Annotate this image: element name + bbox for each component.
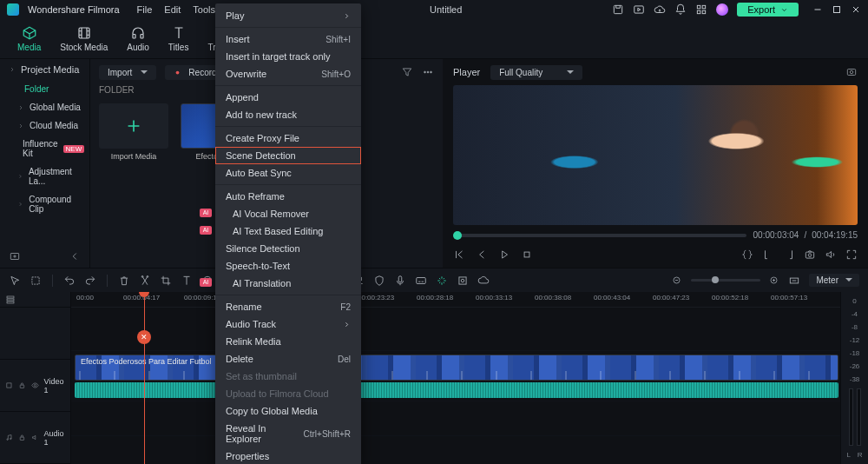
chroma-icon[interactable]: [457, 275, 469, 287]
video-track[interactable]: Efectos Poderosos Para Editar Futbol: [71, 351, 840, 401]
menu-file[interactable]: File: [137, 4, 153, 15]
user-avatar[interactable]: [716, 3, 728, 16]
tab-stock-media[interactable]: Stock Media: [60, 25, 108, 52]
tab-media[interactable]: Media: [17, 25, 41, 52]
auto-enhance-icon[interactable]: [436, 275, 448, 287]
mark-out-icon[interactable]: [783, 249, 795, 261]
ctx-insert[interactable]: InsertShift+I: [215, 30, 361, 48]
preview-scrubber[interactable]: [453, 234, 746, 237]
mic-icon[interactable]: [394, 275, 406, 287]
import-media-tile[interactable]: [99, 103, 168, 149]
meter-button[interactable]: Meter: [809, 274, 859, 287]
fullscreen-icon[interactable]: [845, 249, 858, 261]
tab-audio[interactable]: Audio: [127, 25, 149, 52]
ctx-overwrite[interactable]: OverwriteShift+O: [215, 65, 361, 83]
more-icon[interactable]: [422, 66, 434, 78]
redo-icon[interactable]: [84, 275, 96, 287]
sidebar-item-cloud-media[interactable]: Cloud Media: [0, 116, 89, 135]
tab-titles[interactable]: Titles: [168, 25, 189, 52]
timeline-settings-icon[interactable]: [5, 295, 16, 305]
ctx-scene-detection[interactable]: Scene Detection: [215, 147, 361, 164]
audio-waveform[interactable]: [75, 382, 838, 398]
sidebar-item-adjustment-layer[interactable]: Adjustment La...: [0, 162, 89, 190]
ctx-play[interactable]: Play: [215, 7, 361, 24]
zoom-slider[interactable]: [691, 279, 760, 282]
quality-dropdown[interactable]: Full Quality: [490, 65, 582, 80]
grid-icon[interactable]: [695, 3, 707, 16]
ctx-insert-target[interactable]: Insert in target track only: [215, 48, 361, 65]
zoom-in-icon[interactable]: [769, 275, 779, 286]
filter-icon[interactable]: [401, 66, 413, 78]
select-icon[interactable]: [30, 275, 42, 287]
window-maximize-icon[interactable]: [832, 4, 842, 15]
timeline-ruler[interactable]: 00:00 00:00:04:17 00:00:09:14 00:00:23:2…: [71, 292, 840, 308]
ctx-silence[interactable]: Silence Detection: [215, 240, 361, 257]
lock-icon[interactable]: [18, 433, 26, 442]
pointer-icon[interactable]: [9, 275, 21, 287]
audio-track[interactable]: [71, 401, 840, 436]
playhead[interactable]: [144, 292, 145, 464]
cloud-upload-icon[interactable]: [654, 3, 666, 16]
bell-icon[interactable]: [674, 3, 687, 16]
ctx-auto-reframe[interactable]: Auto Reframe: [215, 188, 361, 205]
stop-icon[interactable]: [521, 249, 533, 261]
folder-item[interactable]: Folder: [0, 80, 89, 98]
media-panel-icon[interactable]: [633, 3, 645, 16]
sidebar-item-influence-kit[interactable]: Influence KitNEW: [0, 135, 89, 162]
ctx-create-proxy[interactable]: Create Proxy File: [215, 129, 361, 147]
mute-icon[interactable]: [31, 433, 39, 442]
ctx-upload-cloud: Upload to Filmora Cloud: [215, 385, 361, 402]
window-close-icon[interactable]: [851, 4, 861, 15]
sidebar-item-compound-clip[interactable]: Compound Clip: [0, 190, 89, 218]
braces-icon[interactable]: [741, 249, 753, 261]
new-bin-icon[interactable]: [9, 250, 21, 262]
preview-viewport[interactable]: [453, 85, 858, 225]
ctx-rename[interactable]: RenameF2: [215, 298, 361, 315]
save-icon[interactable]: [612, 3, 624, 16]
project-media-header[interactable]: Project Media: [0, 59, 89, 80]
ctx-add-track[interactable]: Add to new track: [215, 106, 361, 123]
text-tool-icon[interactable]: [181, 275, 193, 287]
window-minimize-icon[interactable]: [812, 4, 823, 15]
undo-icon[interactable]: [63, 275, 76, 287]
menu-tools[interactable]: Tools: [193, 4, 215, 15]
zoom-fit-icon[interactable]: [788, 275, 800, 287]
ctx-ai-vocal[interactable]: AIAI Vocal Remover: [215, 205, 361, 222]
ctx-ai-text[interactable]: AIAI Text Based Editing: [215, 222, 361, 240]
ctx-append[interactable]: Append: [215, 89, 361, 106]
camera-icon[interactable]: [804, 249, 816, 261]
ctx-auto-beat[interactable]: Auto Beat Sync: [215, 164, 361, 182]
ctx-reveal[interactable]: Reveal In ExplorerCtrl+Shift+R: [215, 420, 361, 447]
ctx-properties[interactable]: Properties: [215, 447, 361, 464]
svg-rect-32: [417, 277, 426, 283]
ctx-audio-track[interactable]: Audio Track: [215, 315, 361, 333]
volume-icon[interactable]: [825, 249, 837, 261]
track-row-video1[interactable]: Video 1: [0, 360, 70, 412]
play-icon[interactable]: [498, 249, 510, 261]
menu-edit[interactable]: Edit: [164, 4, 181, 15]
split-icon[interactable]: [139, 275, 151, 287]
ctx-delete[interactable]: DeleteDel: [215, 350, 361, 368]
delete-icon[interactable]: [118, 275, 130, 287]
cloud-sync-icon[interactable]: [477, 275, 490, 287]
prev-frame-icon[interactable]: [453, 249, 465, 261]
shield-icon[interactable]: [373, 275, 385, 287]
sidebar-item-global-media[interactable]: Global Media: [0, 98, 89, 116]
eye-icon[interactable]: [31, 381, 39, 390]
ctx-copy-global[interactable]: Copy to Global Media: [215, 402, 361, 420]
mark-in-icon[interactable]: [762, 249, 774, 261]
collapse-icon[interactable]: [69, 250, 81, 262]
play-backward-icon[interactable]: [476, 249, 488, 261]
import-dropdown[interactable]: Import: [99, 65, 156, 80]
zoom-out-icon[interactable]: [672, 275, 682, 286]
subtitle-icon[interactable]: [415, 275, 427, 287]
snapshot-icon[interactable]: [845, 66, 858, 78]
ctx-ai-translate[interactable]: AIAI Translation: [215, 275, 361, 292]
track-row-audio1[interactable]: Audio 1: [0, 412, 70, 464]
export-button[interactable]: Export: [737, 3, 799, 17]
video-clip[interactable]: Efectos Poderosos Para Editar Futbol: [75, 355, 838, 381]
crop-icon[interactable]: [160, 275, 172, 287]
lock-icon[interactable]: [18, 381, 26, 390]
ctx-stt[interactable]: Speech-to-Text: [215, 257, 361, 275]
ctx-relink[interactable]: Relink Media: [215, 333, 361, 350]
